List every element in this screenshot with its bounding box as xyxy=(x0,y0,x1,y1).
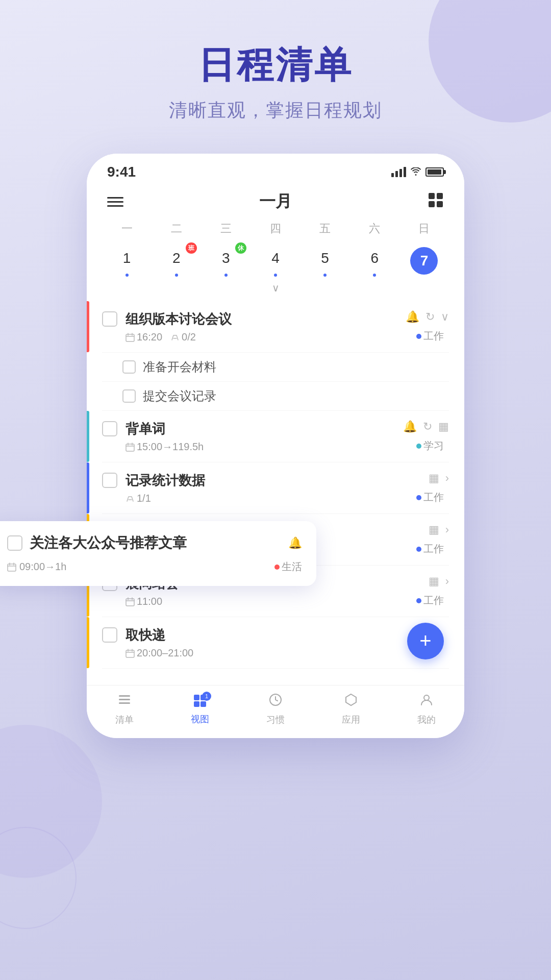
repeat-icon-2[interactable]: ↻ xyxy=(423,420,432,433)
svg-rect-11 xyxy=(119,702,130,704)
task-checkbox-3[interactable] xyxy=(102,473,117,488)
svg-rect-12 xyxy=(194,695,199,700)
nav-icon-list xyxy=(117,693,132,710)
nav-item-app[interactable]: 应用 xyxy=(342,693,360,726)
weekday-wed: 三 xyxy=(201,221,251,236)
sub-task-2[interactable]: 提交会议记录 xyxy=(102,382,449,411)
floating-alarm-icon[interactable]: 🔔 xyxy=(288,536,302,550)
task-meta-1: 16:20 0/2 xyxy=(126,331,400,343)
svg-rect-5 xyxy=(126,444,134,451)
date-6[interactable]: 6 xyxy=(350,241,399,280)
task-title-6: 取快递 xyxy=(126,626,449,644)
weekday-sun: 日 xyxy=(399,221,449,236)
grid-icon-5[interactable]: ▦ xyxy=(429,575,439,588)
status-bar: 9:41 xyxy=(87,154,464,185)
repeat-icon-1[interactable]: ↻ xyxy=(425,310,435,324)
nav-icon-app xyxy=(344,693,358,710)
status-time: 9:41 xyxy=(107,164,136,180)
task-item-3[interactable]: 记录统计数据 1/1 ▦ › 工作 xyxy=(102,462,449,514)
task-tag-3: 工作 xyxy=(416,491,444,504)
nav-icon-profile xyxy=(419,693,434,710)
floating-tag: 生活 xyxy=(274,560,302,574)
task-item-2[interactable]: 背单词 15:00→119.5h 🔔 ↻ ▦ 学习 xyxy=(102,411,449,462)
task-title-1: 组织版本讨论会议 xyxy=(126,310,400,328)
weekday-fri: 五 xyxy=(300,221,350,236)
task-checkbox-1[interactable] xyxy=(102,311,117,327)
nav-label-habit: 习惯 xyxy=(266,714,285,726)
floating-checkbox[interactable] xyxy=(7,535,22,551)
nav-item-profile[interactable]: 我的 xyxy=(417,693,436,726)
grid-icon[interactable] xyxy=(428,192,444,212)
phone-mockup: 9:41 一月 xyxy=(87,154,464,738)
task-tag-5: 工作 xyxy=(416,594,444,607)
alarm-icon-1[interactable]: 🔔 xyxy=(406,310,419,324)
expand-calendar-icon[interactable]: ∨ xyxy=(102,280,449,296)
date-3[interactable]: 休 3 xyxy=(201,241,251,280)
bottom-nav: 清单 1 视图 xyxy=(87,685,464,738)
task-checkbox-2[interactable] xyxy=(102,421,117,436)
nav-item-habit[interactable]: 习惯 xyxy=(266,693,285,726)
weekday-sat: 六 xyxy=(350,221,399,236)
floating-task-card[interactable]: 关注各大公众号推荐文章 🔔 09:00→1h 生活 xyxy=(0,521,316,586)
task-item-1[interactable]: 组织版本讨论会议 16:20 0/2 🔔 ↻ xyxy=(102,301,449,353)
task-meta-3: 1/1 xyxy=(126,493,423,504)
grid-icon-2[interactable]: ▦ xyxy=(438,420,449,433)
task-tag-4: 工作 xyxy=(416,542,444,556)
task-actions-5: ▦ › xyxy=(429,575,449,588)
svg-rect-15 xyxy=(201,701,206,707)
menu-icon[interactable] xyxy=(107,197,123,207)
date-7[interactable]: 7 xyxy=(399,244,449,278)
date-4[interactable]: 4 xyxy=(251,241,300,280)
floating-card-header: 关注各大公众号推荐文章 🔔 xyxy=(7,533,302,553)
weekdays-header: 一 二 三 四 五 六 日 xyxy=(102,221,449,236)
svg-rect-10 xyxy=(119,699,130,700)
nav-item-view[interactable]: 1 视图 xyxy=(191,694,209,725)
floating-card-right: 🔔 xyxy=(288,536,302,550)
floating-card-title: 关注各大公众号推荐文章 xyxy=(30,533,187,553)
svg-rect-1 xyxy=(437,193,443,199)
floating-tag-label: 生活 xyxy=(282,560,302,574)
calendar-week: 一 二 三 四 五 六 日 1 班 2 休 xyxy=(87,221,464,301)
task-actions-4: ▦ › xyxy=(429,523,449,536)
task-content-2: 背单词 15:00→119.5h xyxy=(126,420,398,453)
sub-checkbox-1[interactable] xyxy=(122,360,136,374)
task-meta-2: 15:00→119.5h xyxy=(126,441,398,453)
chevron-icon-5[interactable]: › xyxy=(445,575,449,588)
sub-task-1[interactable]: 准备开会材料 xyxy=(102,353,449,382)
grid-icon-4[interactable]: ▦ xyxy=(429,523,439,536)
chevron-icon-4[interactable]: › xyxy=(445,523,449,536)
date-1[interactable]: 1 xyxy=(102,241,152,280)
svg-point-18 xyxy=(424,695,429,700)
svg-rect-4 xyxy=(126,334,134,341)
task-item-6[interactable]: 取快递 20:00–21:00 xyxy=(102,617,449,669)
task-title-3: 记录统计数据 xyxy=(126,472,423,489)
status-icons xyxy=(391,166,444,178)
nav-item-list[interactable]: 清单 xyxy=(115,693,134,726)
nav-label-app: 应用 xyxy=(342,714,360,726)
nav-icon-habit xyxy=(268,693,283,710)
task-title-2: 背单词 xyxy=(126,420,398,438)
weekday-tue: 二 xyxy=(152,221,201,236)
chevron-icon-3[interactable]: › xyxy=(445,472,449,485)
weekday-thu: 四 xyxy=(251,221,300,236)
grid-icon-3[interactable]: ▦ xyxy=(429,472,439,485)
nav-label-view: 视图 xyxy=(191,713,209,725)
floating-card-bottom: 09:00→1h 生活 xyxy=(7,556,302,574)
app-header: 一月 xyxy=(87,185,464,221)
svg-rect-7 xyxy=(126,599,134,606)
date-2[interactable]: 班 2 xyxy=(152,241,201,280)
svg-rect-14 xyxy=(194,701,199,707)
svg-rect-0 xyxy=(429,193,435,199)
sub-checkbox-2[interactable] xyxy=(122,389,136,403)
expand-icon-1[interactable]: ∨ xyxy=(441,310,449,324)
fab-button[interactable]: + xyxy=(407,623,444,659)
date-5[interactable]: 5 xyxy=(300,241,350,280)
task-checkbox-6[interactable] xyxy=(102,627,117,643)
svg-marker-17 xyxy=(346,694,356,705)
nav-label-list: 清单 xyxy=(115,714,134,726)
alarm-icon-2[interactable]: 🔔 xyxy=(403,420,417,433)
svg-rect-8 xyxy=(126,650,134,657)
task-content-1: 组织版本讨论会议 16:20 0/2 xyxy=(126,310,400,343)
phone-wrapper: 9:41 一月 xyxy=(0,154,551,738)
dates-row: 1 班 2 休 3 4 5 xyxy=(102,241,449,280)
